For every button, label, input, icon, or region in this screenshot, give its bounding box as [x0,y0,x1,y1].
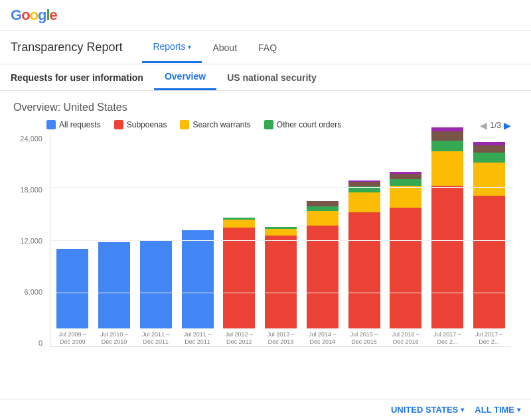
y-axis: 0 6,000 12,000 18,000 24,000 [13,135,46,347]
bar-group: Jul 2011 – Dec 2011 [178,135,217,346]
legend-label-subpoenas: Subpoenas [127,120,167,129]
bar-label: Jul 2009 – Dec 2009 [59,331,87,346]
prev-page-arrow[interactable]: ◀ [480,120,487,131]
bar-label: Jul 2014 – Dec 2014 [309,331,337,346]
bar-segment [98,242,130,328]
country-chevron-icon: ▾ [461,406,464,413]
bar-group: Jul 2014 – Dec 2014 [303,135,342,346]
chart-container: ◀ 1/3 ▶ All requests Subpoenas Search wa… [13,120,518,380]
bar-label: Jul 2016 – Dec 2016 [392,331,419,346]
bar-segment [431,186,463,328]
legend-color-green [264,120,273,129]
bar-segment [223,228,255,328]
bar-segment [473,145,505,153]
bar-segment [265,229,297,236]
tab-us-national-security[interactable]: US national security [216,66,327,90]
bar-group: Jul 2016 – Dec 2016 [386,135,425,346]
bar-group: Jul 2017 – Dec 2... [428,135,467,346]
bar-segment [473,163,505,196]
content-area: Overview: United States ◀ 1/3 ▶ All requ… [0,91,531,380]
nav-reports[interactable]: Reports ▾ [142,32,202,63]
bar-label: Jul 2012 – Dec 2012 [226,331,254,346]
bar-segment [390,179,421,186]
y-label-0: 0 [13,339,46,347]
bars-area: Jul 2009 – Dec 2009Jul 2010 – Dec 2010Ju… [50,135,511,347]
bar-group: Jul 2009 – Dec 2009 [53,135,92,346]
bar-segment [390,208,421,328]
bar-stack [390,172,421,328]
bar-segment [431,151,463,186]
page-title: Overview: United States [13,102,518,113]
sub-nav-section-title: Requests for user information [11,66,154,90]
bar-label: Jul 2011 – Dec 2011 [184,331,212,346]
bar-stack [98,242,130,328]
bar-segment [348,212,380,328]
google-logo: Google [11,7,57,24]
bar-segment [223,220,255,228]
y-label-24000: 24,000 [13,135,46,143]
bar-stack [223,218,255,328]
bar-label: Jul 2015 – Dec 2015 [350,331,378,346]
bar-segment [265,236,297,328]
bar-segment [307,211,339,226]
bar-segment [140,241,172,328]
legend-search-warrants: Search warrants [180,120,250,129]
nav-bar: Transparency Report Reports ▾ About FAQ [0,31,531,64]
legend-label-search-warrants: Search warrants [192,120,250,129]
bar-stack [182,230,214,328]
page-indicator: 1/3 [490,121,501,130]
next-page-arrow[interactable]: ▶ [504,120,511,131]
time-chevron-icon: ▾ [517,406,520,413]
y-label-12000: 12,000 [13,237,46,245]
time-selector[interactable]: ALL TIME ▾ [475,405,520,415]
bar-stack [307,201,339,328]
bar-segment [473,153,505,163]
nav-about[interactable]: About [202,33,248,62]
bar-label: Jul 2011 – Dec 2011 [142,331,170,346]
country-selector[interactable]: UNITED STATES ▾ [391,405,464,415]
legend-label-all-requests: All requests [59,120,101,129]
chart-wrapper: 0 6,000 12,000 18,000 24,000 Jul 2009 – … [13,135,518,347]
bar-segment [307,206,339,211]
bar-segment [348,182,380,186]
bar-stack [348,180,380,328]
bar-segment [348,192,380,212]
y-label-18000: 18,000 [13,186,46,194]
bar-label: Jul 2013 – Dec 2013 [267,331,295,346]
bar-segment [348,186,380,192]
bar-label: Jul 2010 – Dec 2010 [100,331,128,346]
bar-segment [431,141,463,151]
bar-group: Jul 2017 – Dec 2... [469,135,508,346]
bar-group: Jul 2010 – Dec 2010 [95,135,134,346]
bar-label: Jul 2017 – Dec 2... [475,331,503,346]
tab-overview[interactable]: Overview [154,64,216,90]
bar-stack [140,241,172,328]
sub-nav: Requests for user information Overview U… [0,64,531,91]
y-label-6000: 6,000 [13,288,46,296]
legend-color-blue [46,120,56,129]
chart-area: 0 6,000 12,000 18,000 24,000 Jul 2009 – … [13,135,518,380]
chevron-down-icon: ▾ [188,43,191,50]
bar-group: Jul 2015 – Dec 2015 [344,135,384,346]
bar-stack [473,142,505,328]
bar-label: Jul 2017 – Dec 2... [433,331,461,346]
top-bar: Google [0,0,531,31]
bar-segment [182,230,214,328]
bar-stack [431,127,463,328]
legend-subpoenas: Subpoenas [114,120,167,129]
legend-all-requests: All requests [46,120,101,129]
bar-group: Jul 2013 – Dec 2013 [262,135,301,346]
bar-segment [473,196,505,328]
bar-segment [56,249,88,328]
bar-group: Jul 2012 – Dec 2012 [220,135,259,346]
bar-segment [431,131,463,141]
bar-group: Jul 2011 – Dec 2011 [136,135,175,346]
legend-color-red [114,120,123,129]
pagination: ◀ 1/3 ▶ [480,120,511,131]
footer: UNITED STATES ▾ ALL TIME ▾ [0,399,531,420]
nav-faq[interactable]: FAQ [248,33,287,62]
bar-segment [390,174,421,179]
legend-other-court-orders: Other court orders [264,120,341,129]
time-label: ALL TIME [475,405,514,415]
bar-stack [265,227,297,328]
